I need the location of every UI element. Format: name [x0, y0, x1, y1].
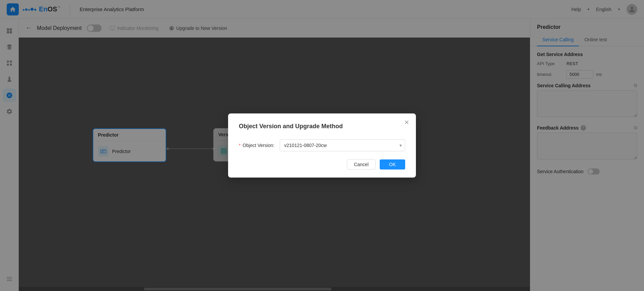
modal-overlay[interactable]: Object Version and Upgrade Method ✕ * Ob… [0, 0, 644, 291]
object-version-select[interactable]: v210121-0807-20cw [280, 139, 405, 151]
object-version-row: * Object Version: v210121-0807-20cw ▾ [239, 139, 405, 151]
dialog: Object Version and Upgrade Method ✕ * Ob… [228, 113, 416, 178]
cancel-button[interactable]: Cancel [347, 159, 376, 169]
dialog-actions: Cancel OK [239, 159, 405, 169]
object-version-select-wrap: v210121-0807-20cw ▾ [280, 139, 405, 151]
ok-button[interactable]: OK [380, 159, 405, 169]
dialog-close-button[interactable]: ✕ [404, 119, 409, 126]
object-version-label: * Object Version: [239, 143, 274, 148]
required-star: * [239, 143, 240, 148]
dialog-title: Object Version and Upgrade Method [239, 123, 405, 130]
object-version-value: v210121-0807-20cw [284, 143, 327, 148]
